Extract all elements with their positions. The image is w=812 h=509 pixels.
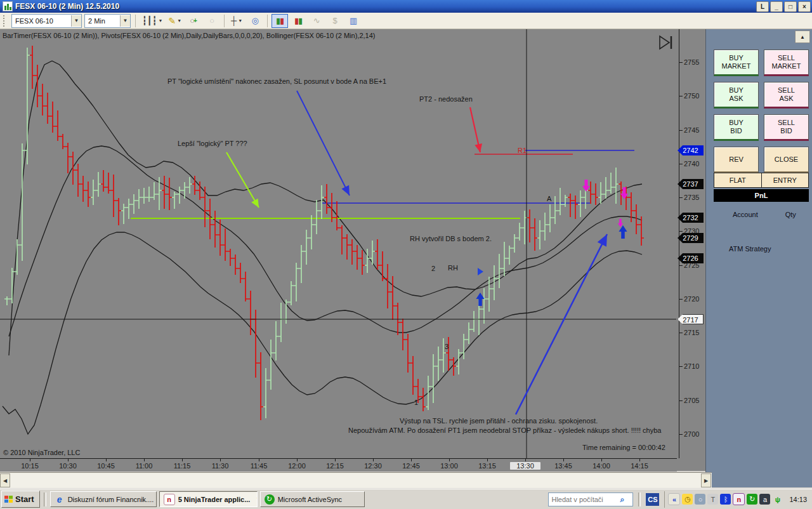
tray-antivirus-icon[interactable]: a [759,494,770,505]
taskbar: Start eDiskuzní fórum Financnik....n5 Ni… [0,489,812,509]
time-tick-label: 12:30 [358,462,388,470]
zoom-in-icon[interactable]: ○+ [185,14,202,28]
tray-ninjatrader-icon[interactable]: n [733,493,745,505]
flat-entry-row: FLAT ENTRY [714,173,809,188]
panel-scroll-up-icon[interactable]: ▲ [795,30,810,43]
price-tick-label: 2750 [684,92,699,100]
tray-t-icon[interactable]: T [707,494,718,505]
time-tick-label: 13:45 [548,462,579,470]
price-chart[interactable] [0,29,677,458]
tray-activesync-icon[interactable]: ↻ [747,494,757,505]
task-button[interactable]: ↻Microsoft ActiveSync [260,491,365,507]
price-tick-label: 2710 [684,362,699,370]
chart-style-candle-icon[interactable]: ▮▮ [290,14,306,28]
toolbar-separator [224,15,225,27]
chevron-down-icon[interactable]: ▼ [120,15,130,27]
time-tick [30,459,30,461]
horizontal-scrollbar[interactable]: ◀ ▶ [0,472,712,488]
sell-market-button[interactable]: SELLMARKET [764,50,809,76]
interval-value: 2 Min [88,17,105,25]
time-tick [335,459,336,461]
scroll-left-icon[interactable]: ◀ [0,473,10,487]
tray-search-icon[interactable]: ○ [695,494,705,505]
price-axis[interactable]: 2755275027452740273527302725272027152710… [677,29,705,471]
interval-selector[interactable]: 2 Min ▼ [84,14,131,28]
price-tick-label: 2755 [684,58,699,66]
close-button[interactable]: CLOSE [764,147,809,173]
data-box-icon[interactable]: ◎ [247,14,263,28]
time-tick [563,459,564,461]
start-button[interactable]: Start [1,491,40,508]
account-qty-labels: Account Qty [714,211,809,218]
draw-tools-icon[interactable]: ✎▼ [166,14,183,28]
chart-style-ohlc-icon[interactable]: ▮▮ [272,14,288,28]
period-type-icon[interactable]: ┇┃┇▼ [140,14,164,28]
tray-expand-icon[interactable]: « [668,493,680,505]
instrument-selector[interactable]: FESX 06-10 ▼ [11,14,82,28]
toolbar-grip[interactable] [3,15,7,27]
buy-market-button[interactable]: BUYMARKET [714,50,759,76]
buy-ask-button[interactable]: BUYASK [714,82,759,109]
order-entry-panel: ▲ BUYMARKETSELLMARKETBUYASKSELLASKBUYBID… [705,29,812,487]
time-tick [373,459,374,461]
layout-icon[interactable]: ▥ [345,14,362,28]
price-badge: 2742 [678,145,704,155]
price-tick-label: 2700 [684,430,699,438]
crosshair-icon[interactable]: ┼▼ [228,14,245,28]
minimize-button[interactable]: _ [770,1,783,12]
search-icon[interactable]: ⌕ [620,495,624,504]
time-axis[interactable]: 10:1510:3010:4511:0011:1511:3011:4512:00… [0,458,677,472]
time-tick [449,459,450,461]
buy-bid-button[interactable]: BUYBID [714,114,759,141]
link-button[interactable]: L [756,1,769,12]
tray-reminder-icon[interactable]: ◷ [682,494,693,505]
time-tick-label: 10:45 [91,462,121,470]
scroll-right-icon[interactable]: ▶ [701,473,711,487]
price-tick-label: 2740 [684,160,699,168]
windows-logo-icon [4,496,13,503]
region-chart-icon[interactable]: ∿ [308,14,325,28]
flat-button[interactable]: FLAT [714,173,762,187]
rev-button[interactable]: REV [714,147,759,173]
account-display-icon[interactable]: $ [327,14,343,28]
taskbar-separator [638,492,641,506]
time-tick [68,459,69,461]
chevron-down-icon[interactable]: ▼ [71,15,81,27]
price-tick-label: 2705 [684,397,699,404]
search-box[interactable]: ⌕ [548,492,633,506]
sell-ask-button[interactable]: SELLASK [764,82,809,109]
search-input[interactable] [549,494,620,505]
time-tick-label: 14:00 [586,462,617,470]
zoom-out-icon[interactable]: ○ [204,14,220,28]
atm-strategy-label: ATM Strategy [729,245,771,253]
taskbar-separator [44,492,46,506]
task-button[interactable]: eDiskuzní fórum Financnik.... [50,491,157,507]
task-button[interactable]: n5 NinjaTrader applic...▼ [159,491,258,507]
price-tick-label: 2735 [684,194,699,201]
toolbar-icons: ┇┃┇▼✎▼○+○┼▼◎▮▮▮▮∿$▥ [140,14,362,28]
restore-button[interactable]: □ [784,1,797,12]
time-tick-label: 14:15 [624,462,655,470]
task-label: 5 NinjaTrader applic... [178,496,251,503]
task-label: Diskuzní fórum Financnik.... [68,496,154,503]
close-button[interactable]: × [798,1,811,12]
price-tick [679,197,683,198]
tray-wireless-icon[interactable]: ψ [772,494,783,505]
account-label: Account [733,211,758,218]
window-controls: L_□× [756,1,811,12]
price-badge: 2729 [678,233,704,243]
time-tick [220,459,221,461]
ninjatrader-icon: n [164,494,175,505]
sell-bid-button[interactable]: SELLBID [764,114,809,141]
price-tick [679,299,683,300]
price-badge: 2732 [678,213,704,223]
time-tick [639,459,640,461]
language-indicator[interactable]: CS [646,493,659,506]
price-tick [679,434,683,435]
taskbar-clock: 14:13 [789,496,807,503]
chevron-down-icon[interactable]: ▼ [256,496,257,502]
toolbar-separator [267,15,268,27]
entry-button[interactable]: ENTRY [762,173,809,187]
price-tick-label: 2745 [684,126,699,134]
tray-bluetooth-icon[interactable]: ᛒ [720,494,731,505]
